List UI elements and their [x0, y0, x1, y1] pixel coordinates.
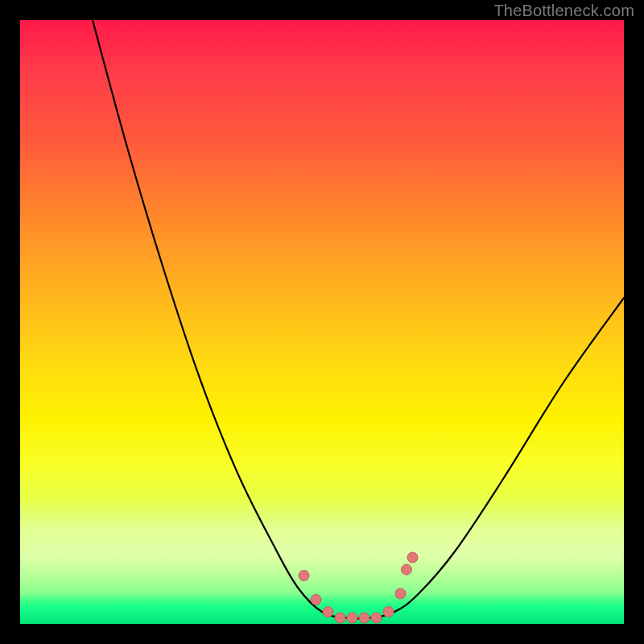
plot-area	[20, 20, 624, 624]
curve-marker	[347, 613, 357, 623]
curve-marker	[311, 595, 321, 605]
curve-marker	[383, 607, 394, 617]
curve-marker	[323, 607, 333, 617]
curve-marker	[371, 613, 382, 623]
curve-marker	[299, 571, 309, 581]
chart-frame: TheBottleneck.com	[0, 0, 644, 644]
curve-marker	[395, 588, 406, 599]
watermark-text: TheBottleneck.com	[493, 2, 634, 20]
curve-marker	[407, 552, 418, 563]
curve-marker	[402, 564, 412, 575]
bottleneck-curve-svg	[20, 20, 624, 624]
bottleneck-curve-path	[93, 20, 624, 619]
curve-markers	[299, 552, 418, 623]
curve-marker	[359, 613, 369, 623]
curve-marker	[335, 613, 345, 623]
